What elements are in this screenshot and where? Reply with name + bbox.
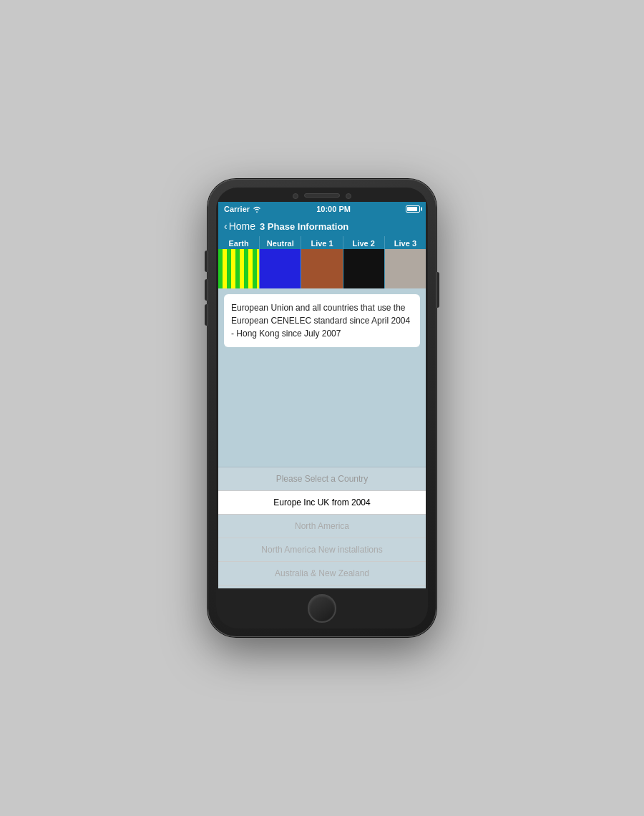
back-label: Home [229, 220, 255, 232]
wire-label-neutral: Neutral [265, 236, 296, 249]
status-right [406, 205, 420, 213]
battery-icon [406, 205, 420, 213]
speaker [304, 193, 340, 198]
live2-swatch [343, 249, 384, 288]
picker-placeholder: Please Select a Country [218, 467, 426, 491]
back-button[interactable]: ‹ Home [224, 220, 255, 232]
wire-color-header: Earth Neutral Live 1 Live 2 Live 3 [218, 236, 426, 288]
live3-swatch [385, 249, 426, 288]
wifi-icon [253, 205, 261, 213]
phone-top-bar [216, 188, 428, 202]
home-button[interactable] [308, 594, 336, 623]
carrier-label: Carrier [224, 205, 250, 213]
wire-label-live2: Live 2 [351, 236, 376, 249]
status-time: 10:00 PM [316, 205, 351, 213]
wire-label-earth: Earth [228, 236, 250, 249]
info-text: European Union and all countries that us… [231, 301, 413, 340]
phone-frame: Carrier 10:00 PM ‹ [208, 179, 436, 637]
info-box: European Union and all countries that us… [224, 294, 420, 347]
picker-item-north-america[interactable]: North America [218, 515, 426, 538]
country-picker[interactable]: Please Select a Country Europe Inc UK fr… [218, 467, 426, 588]
wire-col-earth[interactable]: Earth [218, 236, 260, 288]
live1-swatch [301, 249, 342, 288]
page-title: 3 Phase Information [260, 221, 348, 232]
status-bar: Carrier 10:00 PM [218, 202, 426, 216]
wire-col-neutral[interactable]: Neutral [260, 236, 301, 288]
wire-label-live3: Live 3 [393, 236, 418, 249]
picker-item-australia[interactable]: Australia & New Zealand [218, 562, 426, 586]
neutral-swatch [260, 249, 301, 288]
chevron-left-icon: ‹ [224, 220, 228, 232]
wire-col-live3[interactable]: Live 3 [385, 236, 426, 288]
earth-swatch [218, 249, 259, 288]
screen: Carrier 10:00 PM ‹ [218, 202, 426, 588]
front-camera [293, 193, 298, 199]
wire-col-live2[interactable]: Live 2 [343, 236, 385, 288]
home-button-area [308, 588, 336, 628]
picker-item-north-america-new[interactable]: North America New installations [218, 538, 426, 562]
sensor [346, 193, 351, 199]
wire-label-live1: Live 1 [309, 236, 334, 249]
content-area: European Union and all countries that us… [218, 288, 426, 588]
wire-col-live1[interactable]: Live 1 [301, 236, 343, 288]
phone-inner: Carrier 10:00 PM ‹ [216, 188, 428, 628]
status-left: Carrier [224, 205, 261, 213]
nav-bar: ‹ Home 3 Phase Information [218, 216, 426, 236]
picker-selected[interactable]: Europe Inc UK from 2004 [218, 491, 426, 515]
